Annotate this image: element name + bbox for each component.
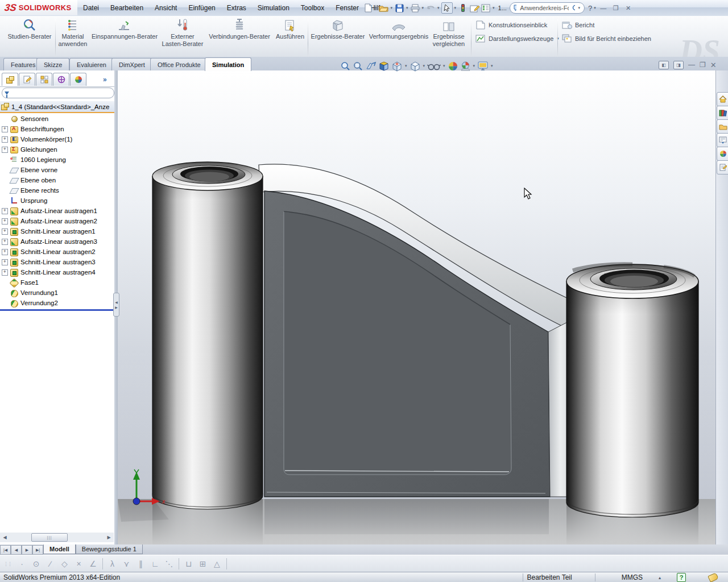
configurationmanager-tab[interactable] <box>36 73 52 86</box>
open-icon[interactable] <box>379 3 389 13</box>
tree-root-row[interactable]: 1_4 (Standard<<Standard>_Anze <box>0 101 115 113</box>
view-settings-dropdown[interactable]: ▾ <box>491 64 493 68</box>
tree-item-ebene-rechts[interactable]: Ebene rechts <box>0 185 114 196</box>
custom-properties-button[interactable] <box>717 160 728 174</box>
menu-fenster[interactable]: Fenster <box>330 0 365 15</box>
point-icon[interactable]: · <box>15 559 29 568</box>
tree-item-fase1[interactable]: Fase1 <box>0 277 114 288</box>
tree-item-gleichungen[interactable]: Gleichungen <box>0 144 114 155</box>
status-help-icon[interactable]: ? <box>677 573 686 582</box>
window-close[interactable]: ✕ <box>623 5 634 12</box>
bericht-button[interactable]: Bericht <box>562 20 594 30</box>
pane-left-button[interactable]: ◧ <box>659 61 669 69</box>
checklist-dropdown[interactable]: ▾ <box>493 6 495 10</box>
parallel-icon[interactable]: ∥ <box>134 559 148 568</box>
material-anwenden-button[interactable]: Material anwenden <box>57 18 89 48</box>
einspannungen-berater-button[interactable]: Einspannungen-Berater <box>91 18 158 40</box>
open-dropdown[interactable]: ▾ <box>391 6 393 10</box>
window-restore[interactable]: ❐ <box>610 5 622 12</box>
line-icon[interactable]: ∕ <box>43 559 57 568</box>
tree-item-aufsatz2[interactable]: Aufsatz-Linear austragen2 <box>0 216 114 226</box>
tab-simulation[interactable]: Simulation <box>205 57 251 71</box>
panel-splitter-grip[interactable]: ◀▶ <box>113 293 119 317</box>
view-orientation-icon[interactable] <box>391 61 403 72</box>
orientation-dropdown[interactable]: ▾ <box>405 64 407 68</box>
verbindungen-berater-button[interactable]: Verbindungen-Berater <box>207 18 272 40</box>
studien-berater-button[interactable]: Studien-Berater <box>5 18 55 40</box>
scroll-right-arrow[interactable]: ▶ <box>104 533 114 542</box>
toolbar-overflow[interactable]: 1... <box>498 5 507 11</box>
scroll-thumb[interactable]: ||| <box>31 533 68 542</box>
tree-item-aufsatz3[interactable]: Aufsatz-Linear austragen3 <box>0 236 114 247</box>
view-settings-icon[interactable] <box>477 61 489 72</box>
stoplight-icon[interactable] <box>458 3 468 13</box>
hide-show-dropdown[interactable]: ▾ <box>443 64 445 68</box>
tree-horizontal-scrollbar[interactable]: ◀ ||| ▶ <box>0 533 114 542</box>
expand-toggle[interactable] <box>2 259 8 265</box>
perpendicular-icon[interactable]: ∟ <box>148 559 162 568</box>
edit-appearance-icon[interactable] <box>448 61 458 72</box>
grid-icon[interactable]: ⊞ <box>196 559 210 568</box>
section-view-icon[interactable] <box>378 61 390 72</box>
expand-toggle[interactable] <box>2 136 8 143</box>
zoom-to-fit-icon[interactable] <box>340 61 351 72</box>
ergebnisse-berater-button[interactable]: Ergebnisse-Berater <box>310 18 366 40</box>
tab-bewegungsstudie[interactable]: Bewegungsstudie 1 <box>76 544 143 554</box>
tab-evaluieren[interactable]: Evaluieren <box>69 58 114 70</box>
externer-lasten-berater-button[interactable]: Externer Lasten-Berater <box>160 18 205 48</box>
expand-toggle[interactable] <box>2 208 8 214</box>
edit-sheet-icon[interactable] <box>469 3 479 13</box>
expand-toggle[interactable] <box>2 249 8 255</box>
tab-skizze[interactable]: Skizze <box>36 58 69 70</box>
ausfuehren-button[interactable]: Ausführen <box>274 18 306 40</box>
right-boss-cylinder[interactable] <box>566 264 698 517</box>
expand-toggle[interactable] <box>2 239 8 245</box>
select-dropdown[interactable]: ▾ <box>454 6 457 10</box>
tree-item-schnitt1[interactable]: Schnitt-Linear austragen1 <box>0 226 114 236</box>
tab-dimxpert[interactable]: DimXpert <box>111 58 152 70</box>
appearances-scenes-button[interactable] <box>717 147 728 161</box>
verformungsergebnis-button[interactable]: Verformungsergebnis <box>369 18 429 40</box>
tab-office-produkte[interactable]: Office Produkte <box>150 58 208 70</box>
tree-item-ursprung[interactable]: Ursprung <box>0 196 114 206</box>
tab-nav-next[interactable]: ▶ <box>22 545 32 555</box>
search-dropdown[interactable]: ▾ <box>578 6 580 10</box>
toolbar-grip[interactable]: ⋮⋮ <box>3 561 11 567</box>
tree-item-volumenkoerper[interactable]: Volumenkörper(1) <box>0 134 114 144</box>
status-units[interactable]: MMGS <box>622 573 643 581</box>
menu-toolbox[interactable]: Toolbox <box>295 0 330 15</box>
tree-item-ebene-vorne[interactable]: Ebene vorne <box>0 165 114 175</box>
display-style-icon[interactable] <box>410 61 421 72</box>
checklist-icon[interactable] <box>481 3 491 13</box>
rollback-bar[interactable] <box>0 309 114 311</box>
menu-einfuegen[interactable]: Einfügen <box>183 0 221 15</box>
panel-tabs-overflow[interactable]: » <box>103 76 107 84</box>
propertymanager-tab[interactable] <box>19 73 35 86</box>
expand-toggle[interactable] <box>2 147 8 153</box>
model-canvas[interactable]: x <box>118 70 715 544</box>
print-icon[interactable] <box>410 3 420 13</box>
tree-item-verrundung1[interactable]: Verrundung1 <box>0 288 114 298</box>
scroll-left-arrow[interactable]: ◀ <box>0 533 10 542</box>
bild-fuer-bericht-button[interactable]: Bild für Bericht einbeziehen <box>562 34 651 43</box>
apply-scene-dropdown[interactable]: ▾ <box>473 64 475 68</box>
slot-icon[interactable]: ⊔ <box>181 559 196 568</box>
dimxpertmanager-tab[interactable] <box>53 73 69 86</box>
doc-minimize[interactable]: — <box>688 61 695 69</box>
menu-extras[interactable]: Extras <box>221 0 252 15</box>
new-dropdown[interactable]: ▾ <box>375 6 377 10</box>
design-library-button[interactable] <box>717 106 728 120</box>
displaymanager-tab[interactable] <box>70 73 86 86</box>
help-icon[interactable]: ? <box>588 4 592 13</box>
vee-icon[interactable]: ⋎ <box>119 559 134 568</box>
tab-nav-first[interactable]: |◀ <box>0 545 11 555</box>
expand-toggle[interactable] <box>2 126 8 132</box>
tree-item-material[interactable]: 1060 Legierung <box>0 155 114 165</box>
menu-ansicht[interactable]: Ansicht <box>149 0 183 15</box>
darstellungswerkzeuge-button[interactable]: Darstellungswerkzeuge ▾ <box>475 34 560 43</box>
menu-datei[interactable]: Datei <box>77 0 105 15</box>
tree-item-verrundung2[interactable]: Verrundung2 <box>0 298 114 308</box>
polygon-icon[interactable]: ◇ <box>57 559 72 568</box>
ergebnisse-vergleichen-button[interactable]: Ergebnisse vergleichen <box>430 18 468 48</box>
expand-toggle[interactable] <box>2 269 8 276</box>
